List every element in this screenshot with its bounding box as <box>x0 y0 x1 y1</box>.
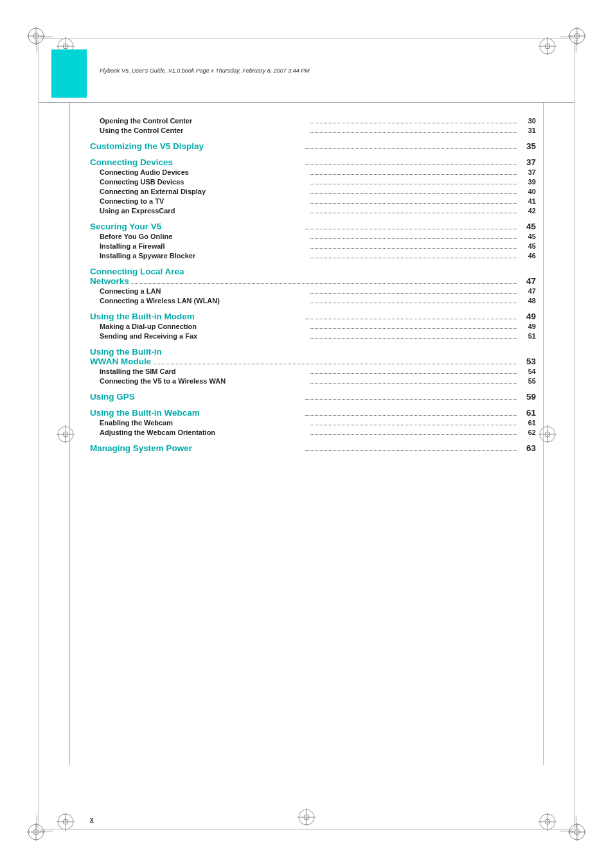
toc-sub-title: Connecting a Wireless LAN (WLAN) <box>100 297 307 305</box>
toc-page-number: 61 <box>520 408 536 418</box>
toc-page-number: 45 <box>520 222 536 231</box>
toc-sub-entry: Enabling the Webcam61 <box>100 419 536 427</box>
toc-heading: Using the Built-in Modem49 <box>90 312 536 321</box>
toc-page-number: 53 <box>520 357 536 366</box>
toc-content: Opening the Control Center30Using the Co… <box>90 116 536 453</box>
toc-dots <box>310 383 517 384</box>
toc-dots <box>310 132 517 133</box>
toc-sub-entry: Installing a Firewall45 <box>100 242 536 251</box>
toc-dots <box>154 364 517 364</box>
toc-page-number: 47 <box>520 287 536 295</box>
toc-dots <box>310 434 517 435</box>
toc-page-number: 45 <box>520 233 536 240</box>
toc-dots <box>310 203 517 204</box>
toc-heading-title: Securing Your V5 <box>90 222 303 231</box>
toc-page-number: 54 <box>520 368 536 375</box>
toc-dots <box>305 148 518 149</box>
toc-dots <box>310 338 517 339</box>
toc-sub-entry: Using an ExpressCard42 <box>100 207 536 215</box>
cyan-tab <box>51 49 87 98</box>
toc-sub-entry: Connecting a LAN47 <box>100 287 536 296</box>
reg-mark-bl-outer <box>27 823 45 841</box>
toc-sub-entry: Installing a Spyware Blocker46 <box>100 252 536 260</box>
toc-page-number: 55 <box>520 377 536 385</box>
toc-page-number: 40 <box>520 188 536 195</box>
toc-sub-title: Sending and Receiving a Fax <box>100 332 307 340</box>
page-header: Flybook V5_User's Guide_V1.0.book Page x… <box>39 39 574 103</box>
toc-sub-title: Before You Go Online <box>100 233 307 240</box>
toc-sub-title: Installing a Spyware Blocker <box>100 252 307 260</box>
header-text: Flybook V5_User's Guide_V1.0.book Page x… <box>100 67 310 74</box>
toc-sub-title: Adjusting the Webcam Orientation <box>100 429 307 436</box>
toc-page-number: 41 <box>520 197 536 205</box>
toc-sub-entry: Connecting a Wireless LAN (WLAN)48 <box>100 297 536 305</box>
toc-sub-entry: Sending and Receiving a Fax51 <box>100 332 536 341</box>
toc-page-number: 63 <box>520 443 536 453</box>
toc-sub-title: Connecting Audio Devices <box>100 168 307 176</box>
toc-dots <box>305 229 518 229</box>
toc-sub-entry: Connecting USB Devices39 <box>100 178 536 186</box>
toc-heading-title: Connecting Devices <box>90 157 303 167</box>
toc-sub-entry: Adjusting the Webcam Orientation62 <box>100 429 536 437</box>
toc-sub-entry: Connecting Audio Devices37 <box>100 168 536 177</box>
reg-mark-br-outer <box>568 823 586 841</box>
page-footer: x <box>90 816 536 823</box>
toc-dots <box>310 174 517 175</box>
toc-dots <box>132 283 517 284</box>
toc-heading-line2: WWAN Module53 <box>90 357 536 366</box>
toc-page-number: 51 <box>520 332 536 340</box>
toc-sub-entry: Connecting an External Display40 <box>100 188 536 196</box>
toc-dots <box>310 425 517 425</box>
toc-heading: Connecting Devices37 <box>90 157 536 167</box>
toc-page-number: 46 <box>520 252 536 260</box>
toc-dots <box>305 399 518 400</box>
toc-dots <box>310 213 517 213</box>
toc-page-number: 42 <box>520 207 536 215</box>
reg-mark-ml <box>57 425 75 443</box>
toc-page-number: 49 <box>520 323 536 330</box>
toc-sub-title: Connecting a LAN <box>100 287 307 295</box>
toc-dots <box>305 450 518 451</box>
toc-heading-title2: WWAN Module <box>90 357 151 366</box>
toc-page-number: 30 <box>520 117 536 125</box>
toc-heading: Using the Built-in Webcam61 <box>90 408 536 418</box>
toc-heading: Managing System Power63 <box>90 443 536 453</box>
toc-page-number: 48 <box>520 297 536 305</box>
toc-page-number: 61 <box>520 419 536 427</box>
toc-page-number: 45 <box>520 242 536 250</box>
reg-mark-bl-inner <box>57 813 75 831</box>
toc-sub-entry: Using the Control Center31 <box>100 127 536 135</box>
toc-sub-title: Connecting to a TV <box>100 197 307 205</box>
toc-sub-entry: Making a Dial-up Connection49 <box>100 323 536 331</box>
toc-dots <box>310 258 517 258</box>
toc-page-number: 31 <box>520 127 536 134</box>
toc-heading-title: Customizing the V5 Display <box>90 141 303 151</box>
page-number: x <box>90 816 94 823</box>
toc-heading-title: Using GPS <box>90 392 303 402</box>
toc-dots <box>310 373 517 374</box>
toc-sub-title: Installing a Firewall <box>100 242 307 250</box>
toc-heading-title: Using the Built-in Modem <box>90 312 303 321</box>
toc-heading-line1: Connecting Local Area <box>90 267 536 276</box>
toc-dots <box>310 123 517 123</box>
toc-page-number: 62 <box>520 429 536 436</box>
toc-heading: Customizing the V5 Display35 <box>90 141 536 151</box>
toc-heading-multiline: Connecting Local AreaNetworks47 <box>90 267 536 286</box>
toc-heading-line2: Networks47 <box>90 276 536 286</box>
toc-sub-title: Using the Control Center <box>100 127 307 134</box>
toc-dots <box>305 319 518 319</box>
toc-heading: Securing Your V545 <box>90 222 536 231</box>
toc-page-number: 37 <box>520 157 536 167</box>
toc-sub-title: Making a Dial-up Connection <box>100 323 307 330</box>
toc-heading-line1: Using the Built-in <box>90 347 536 357</box>
toc-page-number: 59 <box>520 392 536 402</box>
toc-dots <box>310 193 517 194</box>
toc-dots <box>310 248 517 249</box>
toc-heading: Using GPS59 <box>90 392 536 402</box>
toc-dots <box>305 415 518 416</box>
toc-sub-title: Opening the Control Center <box>100 117 307 125</box>
toc-sub-entry: Connecting the V5 to a Wireless WAN55 <box>100 377 536 385</box>
toc-sub-title: Enabling the Webcam <box>100 419 307 427</box>
reg-mark-mr <box>538 425 556 443</box>
toc-sub-title: Using an ExpressCard <box>100 207 307 215</box>
